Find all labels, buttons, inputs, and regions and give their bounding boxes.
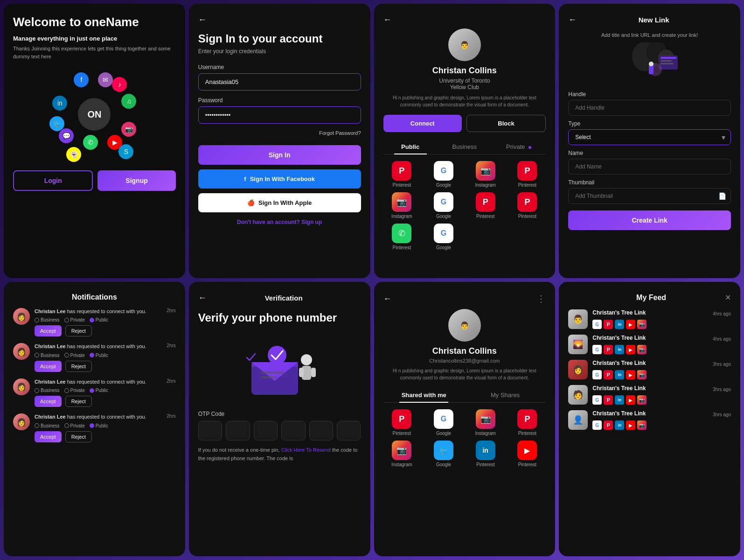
shared-linkedin-1[interactable]: in Pinterest bbox=[467, 441, 504, 467]
shared-instagram-2[interactable]: 📷 Instagram bbox=[383, 441, 421, 467]
social-item-google-2[interactable]: G Google bbox=[425, 192, 462, 219]
radio-public-3[interactable]: Public bbox=[90, 388, 108, 393]
shared-google-1[interactable]: G Google bbox=[425, 409, 462, 436]
otp-box-6[interactable] bbox=[337, 421, 361, 441]
profile-club: Yellow Club bbox=[383, 84, 546, 91]
shared-profile-card: ← ⋮ 👨 Christan Collins Christancollins23… bbox=[374, 282, 556, 556]
feed-google-icon-5: G bbox=[592, 420, 602, 430]
verify-back-arrow[interactable]: ← bbox=[198, 293, 207, 303]
thumbnail-input[interactable] bbox=[568, 188, 731, 204]
reject-button-3[interactable]: Reject bbox=[65, 396, 92, 407]
handle-input[interactable] bbox=[568, 100, 731, 116]
shared-pinterest-1[interactable]: P Pinterest bbox=[383, 409, 421, 436]
radio-business-4[interactable]: Business bbox=[35, 423, 60, 428]
social-item-pinterest-2[interactable]: P Pinterest bbox=[509, 161, 546, 188]
signin-button[interactable]: Sign In bbox=[198, 145, 361, 165]
profile-back-arrow[interactable]: ← bbox=[383, 15, 392, 25]
newlink-subtitle: Add title and link URL and create your l… bbox=[568, 32, 731, 38]
username-input[interactable] bbox=[198, 73, 361, 91]
tab-private[interactable]: Private bbox=[492, 140, 546, 154]
notif-avatar-1: 👩 bbox=[13, 308, 30, 325]
feed-icons-1: G P in ▶ 📷 bbox=[592, 320, 731, 329]
tab-public[interactable]: Public bbox=[383, 140, 438, 154]
feed-icons-3: G P in ▶ 📷 bbox=[592, 370, 731, 379]
more-options-icon[interactable]: ⋮ bbox=[536, 293, 546, 304]
feed-google-icon-3: G bbox=[592, 370, 602, 379]
otp-box-5[interactable] bbox=[309, 421, 333, 441]
apple-signin-label: Sign In With Apple bbox=[258, 199, 312, 206]
reject-button-4[interactable]: Reject bbox=[65, 431, 92, 442]
accept-button-4[interactable]: Accept bbox=[35, 431, 62, 442]
feed-pinterest-icon-5: P bbox=[604, 420, 613, 430]
radio-private-4[interactable]: Private bbox=[64, 423, 85, 428]
shared-profile-name: Christan Collins bbox=[383, 346, 546, 356]
radio-public-1[interactable]: Public bbox=[90, 317, 108, 322]
radio-business-2[interactable]: Business bbox=[35, 353, 60, 358]
notification-item-3: 👩 Christan Lee has requested to connect … bbox=[13, 378, 176, 407]
facebook-signin-button[interactable]: f Sign In With Facebook bbox=[198, 169, 361, 189]
shared-pinterest-2[interactable]: P Pinterest bbox=[509, 409, 546, 436]
linkedin-orbit-icon: in bbox=[52, 96, 67, 111]
connect-button[interactable]: Connect bbox=[383, 115, 462, 132]
create-link-button[interactable]: Create Link bbox=[568, 210, 731, 230]
tab-my-shares[interactable]: My Shares bbox=[465, 388, 546, 402]
password-input[interactable] bbox=[198, 106, 361, 124]
otp-box-1[interactable] bbox=[198, 421, 222, 441]
forgot-password-link[interactable]: Forgot Password? bbox=[198, 130, 361, 136]
otp-box-2[interactable] bbox=[226, 421, 250, 441]
social-item-pinterest-1[interactable]: P Pinterest bbox=[383, 161, 421, 188]
notif-avatar-3: 👩 bbox=[13, 378, 30, 395]
accept-button-1[interactable]: Accept bbox=[35, 325, 62, 336]
facebook-orbit-icon: f bbox=[74, 72, 89, 87]
newlink-back-arrow[interactable]: ← bbox=[568, 15, 577, 25]
otp-box-3[interactable] bbox=[254, 421, 278, 441]
signup-link[interactable]: Sign up bbox=[301, 219, 322, 225]
radio-private-1[interactable]: Private bbox=[64, 317, 85, 322]
shared-back-arrow[interactable]: ← bbox=[383, 294, 392, 304]
feed-pinterest-icon-4: P bbox=[604, 395, 613, 405]
radio-row-2: Business Private Public bbox=[35, 353, 162, 358]
social-item-pinterest-3[interactable]: P Pinterest bbox=[467, 192, 504, 219]
pinterest-icon-4: P bbox=[517, 192, 537, 212]
login-button[interactable]: Login bbox=[13, 170, 93, 191]
feed-title: My Feed bbox=[577, 294, 725, 302]
resend-link[interactable]: Click Here To Resend bbox=[281, 447, 331, 453]
social-item-pinterest-4[interactable]: P Pinterest bbox=[509, 192, 546, 219]
radio-private-2[interactable]: Private bbox=[64, 353, 85, 358]
shared-youtube-1[interactable]: ▶ Pinterest bbox=[509, 441, 546, 467]
shared-twitter-1[interactable]: 🐦 Google bbox=[425, 441, 462, 467]
accept-button-2[interactable]: Accept bbox=[35, 361, 62, 372]
tab-shared-with-me[interactable]: Shared with me bbox=[383, 388, 465, 402]
social-item-google-1[interactable]: G Google bbox=[425, 161, 462, 188]
otp-box-4[interactable] bbox=[281, 421, 305, 441]
reject-button-2[interactable]: Reject bbox=[65, 361, 92, 372]
type-select[interactable]: Select Social Website bbox=[568, 129, 731, 145]
signup-button[interactable]: Signup bbox=[97, 170, 175, 191]
radio-public-4[interactable]: Public bbox=[90, 423, 108, 428]
pinterest-icon-2: P bbox=[517, 161, 537, 181]
radio-public-2[interactable]: Public bbox=[90, 353, 108, 358]
profile-card: ← 👨 Christan Collins University of Toron… bbox=[374, 4, 556, 278]
radio-private-3[interactable]: Private bbox=[64, 388, 85, 393]
social-item-instagram-2[interactable]: 📷 Instagram bbox=[383, 192, 421, 219]
notif-avatar-2: 👩 bbox=[13, 343, 30, 360]
viber-orbit-icon: ✉ bbox=[98, 72, 113, 87]
accept-button-3[interactable]: Accept bbox=[35, 396, 62, 407]
radio-business-3[interactable]: Business bbox=[35, 388, 60, 393]
reject-button-1[interactable]: Reject bbox=[65, 325, 92, 336]
spotify-orbit-icon: ♫ bbox=[121, 94, 136, 109]
name-input[interactable] bbox=[568, 159, 731, 175]
radio-business-1[interactable]: Business bbox=[35, 317, 60, 322]
close-feed-icon[interactable]: ✕ bbox=[725, 293, 731, 302]
social-item-google-3[interactable]: G Google bbox=[425, 224, 462, 250]
social-item-whatsapp[interactable]: ✆ Pinterest bbox=[383, 224, 421, 250]
social-item-instagram-1[interactable]: 📷 Instagram bbox=[467, 161, 504, 188]
newlink-illustration bbox=[568, 42, 731, 86]
feed-youtube-icon-4: ▶ bbox=[626, 395, 635, 405]
signin-back-arrow[interactable]: ← bbox=[198, 15, 361, 25]
apple-signin-button[interactable]: 🍎 Sign In With Apple bbox=[198, 193, 361, 212]
shared-instagram-1[interactable]: 📷 Instagram bbox=[467, 409, 504, 436]
feed-time-2: 4hrs ago bbox=[713, 336, 731, 342]
block-button[interactable]: Block bbox=[466, 115, 546, 132]
tab-business[interactable]: Business bbox=[438, 140, 492, 154]
